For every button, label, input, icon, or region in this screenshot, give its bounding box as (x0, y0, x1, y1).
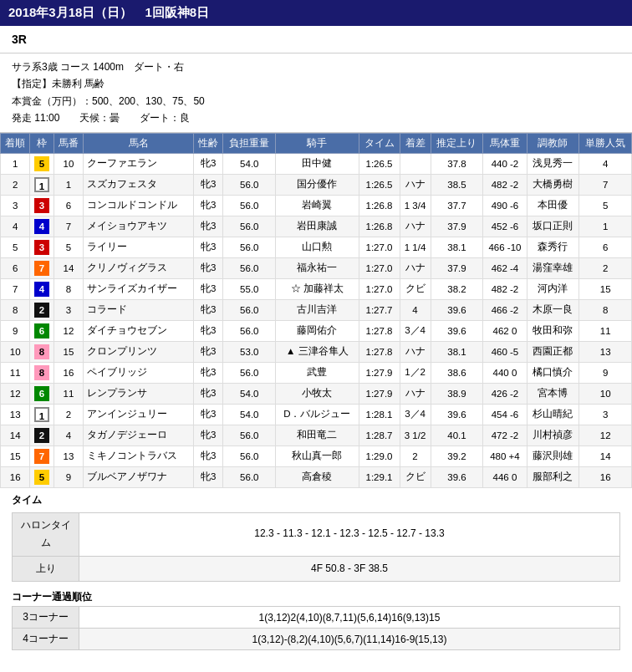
cell-jockey: 国分優作 (276, 174, 359, 195)
cell-weight: 56.0 (223, 174, 276, 195)
cell-rank: 16 (1, 466, 30, 487)
cell-name: メイショウアキツ (84, 216, 194, 237)
cell-diff: 3／4 (400, 404, 431, 425)
cell-jockey: 武豊 (276, 362, 359, 383)
cell-name: ライリー (84, 237, 194, 257)
cell-agari: 39.2 (431, 445, 483, 466)
cell-bweight: 452 -6 (483, 216, 527, 237)
cell-weight: 56.0 (223, 425, 276, 445)
cell-num: 11 (54, 383, 83, 404)
cell-sex: 牝3 (194, 320, 223, 341)
results-table-section: 着順 枠 馬番 馬名 性齢 負担重量 騎手 タイム 着差 推定上り 馬体重 調教… (0, 133, 632, 488)
col-waku: 枠 (30, 133, 54, 153)
cell-diff: 2 (400, 445, 431, 466)
cell-rank: 8 (1, 299, 30, 320)
cell-time: 1:27.0 (359, 237, 400, 257)
cell-time: 1:27.0 (359, 278, 400, 299)
cell-sex: 牝3 (194, 174, 223, 195)
cell-weight: 56.0 (223, 466, 276, 487)
cell-weight: 56.0 (223, 445, 276, 466)
cell-diff: クビ (400, 466, 431, 487)
cell-diff: ハナ (400, 257, 431, 278)
cell-bweight: 460 -5 (483, 341, 527, 362)
cell-num: 16 (54, 362, 83, 383)
table-row: 13 1 2 アンインジュリー 牝3 54.0 D．バルジュー 1:28.1 3… (1, 404, 632, 425)
cell-bweight: 462 0 (483, 320, 527, 341)
table-row: 6 7 14 クリノヴィグラス 牝3 56.0 福永祐一 1:27.0 ハナ 3… (1, 257, 632, 278)
race-number-section: 3R (0, 26, 632, 53)
table-row: 11 8 16 ペイブリッジ 牝3 56.0 武豊 1:27.9 1／2 38.… (1, 362, 632, 383)
cell-rank: 4 (1, 216, 30, 237)
cell-num: 4 (54, 425, 83, 445)
cell-weight: 53.0 (223, 341, 276, 362)
agari-value: 4F 50.8 - 3F 38.5 (79, 556, 620, 582)
cell-agari: 38.5 (431, 174, 483, 195)
cell-num: 13 (54, 445, 83, 466)
cell-num: 3 (54, 299, 83, 320)
cell-name: クロンプリンツ (84, 341, 194, 362)
col-jockey: 騎手 (276, 133, 359, 153)
cell-time: 1:27.8 (359, 320, 400, 341)
cell-weight: 55.0 (223, 278, 276, 299)
cell-weight: 56.0 (223, 257, 276, 278)
cell-rank: 2 (1, 174, 30, 195)
cell-weight: 56.0 (223, 299, 276, 320)
cell-sex: 牝3 (194, 404, 223, 425)
cell-rank: 14 (1, 425, 30, 445)
cell-rank: 7 (1, 278, 30, 299)
time-section-title: タイム (12, 494, 42, 506)
table-row: 9 6 12 ダイチョウセブン 牝3 56.0 藤岡佑介 1:27.8 3／4 … (1, 320, 632, 341)
race-number: 3R (12, 33, 27, 46)
cell-jockey: 小牧太 (276, 383, 359, 404)
cell-num: 8 (54, 278, 83, 299)
cell-sex: 牝3 (194, 216, 223, 237)
halon-value: 12.3 - 11.3 - 12.1 - 12.3 - 12.5 - 12.7 … (79, 512, 620, 556)
cell-time: 1:26.5 (359, 153, 400, 174)
course-info: サラ系3歳 コース 1400m ダート・右 (12, 59, 620, 75)
cell-popular: 4 (579, 153, 632, 174)
cell-bweight: 446 0 (483, 466, 527, 487)
cell-agari: 38.6 (431, 362, 483, 383)
cell-time: 1:26.8 (359, 195, 400, 216)
table-row: 8 2 3 コラード 牝3 56.0 古川吉洋 1:27.7 4 39.6 46… (1, 299, 632, 320)
cell-agari: 37.9 (431, 216, 483, 237)
cell-rank: 11 (1, 362, 30, 383)
table-row: 16 5 9 ブルベアノザワナ 牝3 56.0 高倉稜 1:29.1 クビ 39… (1, 466, 632, 487)
cell-diff: ハナ (400, 216, 431, 237)
cell-agari: 39.6 (431, 404, 483, 425)
col-name: 馬名 (84, 133, 194, 153)
cell-weight: 54.0 (223, 153, 276, 174)
cell-diff: ハナ (400, 174, 431, 195)
cell-num: 10 (54, 153, 83, 174)
cell-popular: 14 (579, 445, 632, 466)
cell-diff: クビ (400, 278, 431, 299)
cell-rank: 5 (1, 237, 30, 257)
cell-sex: 牝3 (194, 237, 223, 257)
cell-trainer: 杉山晴紀 (527, 404, 579, 425)
cell-waku: 4 (30, 278, 54, 299)
cell-rank: 9 (1, 320, 30, 341)
cell-trainer: 牧田和弥 (527, 320, 579, 341)
cell-name: ダイチョウセブン (84, 320, 194, 341)
cell-jockey: 福永祐一 (276, 257, 359, 278)
cell-waku: 2 (30, 299, 54, 320)
col-sex: 性齢 (194, 133, 223, 153)
cell-popular: 3 (579, 404, 632, 425)
cell-num: 5 (54, 237, 83, 257)
cell-weight: 56.0 (223, 320, 276, 341)
cell-diff (400, 153, 431, 174)
cell-name: ミキノコントラバス (84, 445, 194, 466)
cell-rank: 12 (1, 383, 30, 404)
cell-rank: 1 (1, 153, 30, 174)
cell-popular: 8 (579, 299, 632, 320)
cell-waku: 3 (30, 237, 54, 257)
cell-sex: 牝3 (194, 341, 223, 362)
cell-num: 1 (54, 174, 83, 195)
cell-jockey: 和田竜二 (276, 425, 359, 445)
cell-weight: 56.0 (223, 195, 276, 216)
cell-rank: 6 (1, 257, 30, 278)
cell-agari: 37.9 (431, 257, 483, 278)
header: 2018年3月18日（日） 1回阪神8日 (0, 0, 632, 26)
cell-sex: 牝3 (194, 362, 223, 383)
cell-trainer: 藤沢則雄 (527, 445, 579, 466)
